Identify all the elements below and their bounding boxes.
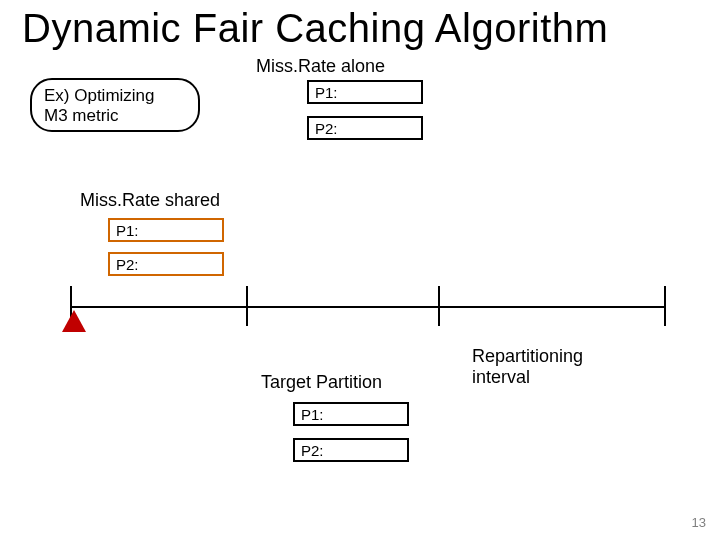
target-partition-label: Target Partition	[261, 372, 382, 393]
missrate-alone-p2-box: P2:	[307, 116, 423, 140]
optimizing-line1: Ex) Optimizing	[44, 86, 186, 106]
repartition-interval-label: Repartitioning interval	[472, 346, 583, 387]
optimizing-box: Ex) Optimizing M3 metric	[30, 78, 200, 132]
page-number: 13	[692, 515, 706, 530]
timeline-tick-4	[664, 286, 666, 326]
repartition-line2: interval	[472, 367, 583, 388]
timeline-marker-icon	[62, 310, 86, 332]
timeline-tick-2	[246, 286, 248, 326]
target-partition-p1-box: P1:	[293, 402, 409, 426]
missrate-alone-label: Miss.Rate alone	[256, 56, 385, 77]
target-partition-p2-box: P2:	[293, 438, 409, 462]
timeline-tick-3	[438, 286, 440, 326]
repartition-line1: Repartitioning	[472, 346, 583, 367]
missrate-shared-label: Miss.Rate shared	[80, 190, 220, 211]
slide-title: Dynamic Fair Caching Algorithm	[22, 6, 608, 51]
missrate-shared-p2-box: P2:	[108, 252, 224, 276]
missrate-shared-p1-box: P1:	[108, 218, 224, 242]
optimizing-line2: M3 metric	[44, 106, 186, 126]
missrate-alone-p1-box: P1:	[307, 80, 423, 104]
timeline-axis	[70, 306, 666, 308]
